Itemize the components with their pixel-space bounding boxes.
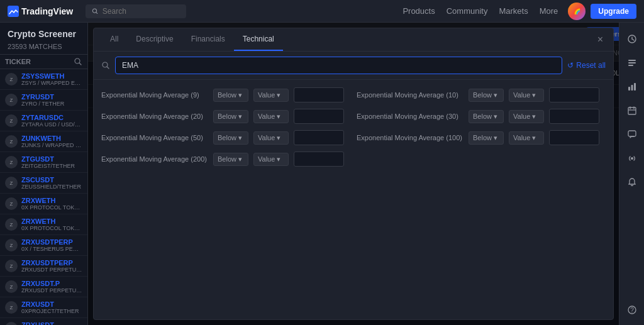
reset-all-button[interactable]: ↺ Reset all [567,61,606,70]
nav-more[interactable]: More [540,6,558,16]
svg-text:?: ? [630,307,634,314]
ticker-pair: ZUNKS / WRAPPED ETHER (0X7E17... [21,142,82,148]
ticker-pair: 0X PROTOCOL TOKEN / WRAPPED ETHE... [21,225,82,231]
ticker-pair: ZYTARA USD / USD/C (CALCULATED B... [21,121,82,128]
ticker-list: Z ZSYSSWETH ZSYS / WRAPPED ETHER (0X871A… [0,69,87,325]
ticker-pair: ZSYS / WRAPPED ETHER (0X871A... [21,80,82,86]
list-item[interactable]: Z ZRXUSDT 0X / TETHER [0,318,87,325]
filter-value-ema50[interactable] [294,130,344,145]
help-icon[interactable]: ? [622,300,642,320]
filter-label-ema50: Exponential Moving Average (50) [101,134,208,141]
svg-line-12 [632,39,634,40]
chart-icon[interactable] [622,77,642,97]
right-sidebar: ? [619,0,644,325]
matches-count: 23593 MATCHES [0,41,87,54]
calendar-icon[interactable] [622,101,642,121]
tab-technical[interactable]: Technical [234,28,283,51]
list-item[interactable]: Z ZUNKWETH ZUNKS / WRAPPED ETHER (0X7E17… [0,131,87,152]
list-item[interactable]: Z ZSYSSWETH ZSYS / WRAPPED ETHER (0X871A… [0,69,87,90]
filter-cond1-ema100[interactable]: Below ▾ [469,131,504,145]
content-area: ↻ ⋯ Overview ▾ ⊞ Ov ▾ ↗ trend ema 20° ▾ [88,23,644,325]
ticker-icon: Z [5,73,18,85]
filter-cond2-ema20[interactable]: Value ▾ [253,110,289,123]
filter-content: Exponential Moving Average (9) Below ▾ V… [94,80,613,319]
upgrade-button[interactable]: Upgrade [591,4,636,19]
search-tickers-icon[interactable] [74,57,82,66]
filter-cond2-ema100[interactable]: Value ▾ [509,131,544,145]
chat-icon[interactable] [622,124,642,145]
ticker-name: ZRXUSDTPERP [21,238,82,246]
list-item[interactable]: Z ZRXUSDTPERP ZRXUSDT PERPETUAL SWAP CON… [0,256,87,277]
filter-cond1-ema20[interactable]: Below ▾ [213,110,248,123]
filter-value-ema30[interactable] [549,109,599,124]
clock-icon[interactable] [622,29,642,49]
filter-label-ema100: Exponential Moving Average (100) [357,134,464,141]
tab-financials[interactable]: Financials [182,28,234,51]
filter-row-ema100: Exponential Moving Average (100) Below ▾… [357,130,606,145]
list-item[interactable]: Z ZRXUSDT.P ZRXUSDT PERPETUAL MIX CONTRA… [0,277,87,297]
list-item[interactable]: Z ZTGUSDT ZEITGEIST/TETHER [0,152,87,173]
list-item[interactable]: Z ZYRUSDT ZYRO / TETHER [0,90,87,111]
filter-cond2-ema30[interactable]: Value ▾ [509,110,544,123]
filter-cond2-ema50[interactable]: Value ▾ [253,131,289,145]
svg-point-24 [631,157,633,160]
filter-cond2-ema10[interactable]: Value ▾ [509,89,544,102]
avatar[interactable]: 🌈 [568,3,586,20]
filter-row-ema50: Exponential Moving Average (50) Below ▾ … [101,130,350,145]
filter-value-ema9[interactable] [294,87,344,102]
ticker-header: TICKER [0,54,87,69]
filter-close-button[interactable]: × [595,31,606,48]
ticker-info: ZRXUSDT.P ZRXUSDT PERPETUAL MIX CONTRACT [21,280,82,294]
filter-cond1-ema9[interactable]: Below ▾ [213,89,248,102]
filter-col-right: Exponential Moving Average (10) Below ▾ … [357,87,606,312]
filter-value-ema200[interactable] [294,151,344,167]
logo[interactable]: TradingView [8,6,73,17]
filter-cond2-ema200[interactable]: Value ▾ [253,153,289,166]
list-item[interactable]: Z ZRXUSDTPERP 0X / TESHERUS PERPETUAL FU… [0,235,87,256]
ticker-pair: 0X / TESHERUS PERPETUAL FUTURES [21,246,82,252]
nav-community[interactable]: Community [447,6,488,16]
filter-value-ema10[interactable] [549,87,599,102]
ticker-pair: ZRXUSDT PERPETUAL SWAP CONTRACT [21,267,82,273]
watchlist-icon[interactable] [622,53,642,73]
filter-label-ema30: Exponential Moving Average (30) [357,113,464,120]
svg-rect-19 [628,107,636,114]
search-box[interactable] [86,4,186,18]
ticker-info: ZRXWETH 0X PROTOCOL TOKEN / WRAPPED ETHE… [21,197,82,211]
ticker-info: ZRXUSDTPERP ZRXUSDT PERPETUAL SWAP CONTR… [21,259,82,273]
filter-cond2-ema9[interactable]: Value ▾ [253,89,289,102]
filter-cond1-ema200[interactable]: Below ▾ [213,153,248,166]
ticker-column-label: TICKER [5,58,31,65]
filter-row-ema10: Exponential Moving Average (10) Below ▾ … [357,87,606,102]
ticker-info: ZRXWETH 0X PROTOCOL TOKEN / WRAPPED ETHE… [21,218,82,231]
tab-descriptive[interactable]: Descriptive [127,28,182,51]
list-item[interactable]: Z ZRXWETH 0X PROTOCOL TOKEN / WRAPPED ET… [0,194,87,214]
svg-rect-18 [634,83,636,91]
ticker-icon: Z [5,260,18,272]
filter-cond1-ema10[interactable]: Below ▾ [469,89,504,102]
filter-search-input[interactable] [115,57,562,74]
broadcast-icon[interactable] [622,148,642,168]
nav-products[interactable]: Products [402,6,435,16]
filter-value-ema20[interactable] [294,109,344,124]
ticker-info: ZYTARUSDC ZYTARA USD / USD/C (CALCULATED… [21,114,82,128]
nav-markets[interactable]: Markets [499,6,528,16]
filter-cond1-ema30[interactable]: Below ▾ [469,110,504,123]
list-item[interactable]: Z ZRXUSDT 0XPROJECT/TETHER [0,297,87,318]
filter-label-ema20: Exponential Moving Average (20) [101,113,208,120]
ticker-icon: Z [5,177,18,189]
svg-line-2 [96,12,97,13]
filter-cond1-ema50[interactable]: Below ▾ [213,131,248,145]
bell-icon[interactable] [622,172,642,192]
ticker-icon: Z [5,94,18,106]
list-item[interactable]: Z ZSCUSDT ZEUSSHIELD/TETHER [0,173,87,194]
nav-links: Products Community Markets More [402,6,558,16]
list-item[interactable]: Z ZYTARUSDC ZYTARA USD / USD/C (CALCULAT… [0,111,87,131]
search-input[interactable] [103,7,180,16]
tab-all[interactable]: All [101,28,127,51]
ticker-icon: Z [5,301,18,314]
list-item[interactable]: Z ZRXWETH 0X PROTOCOL TOKEN / WRAPPED ET… [0,214,87,235]
filter-value-ema100[interactable] [549,130,599,145]
ticker-name: ZYRUSDT [21,93,82,101]
svg-rect-17 [631,85,633,91]
